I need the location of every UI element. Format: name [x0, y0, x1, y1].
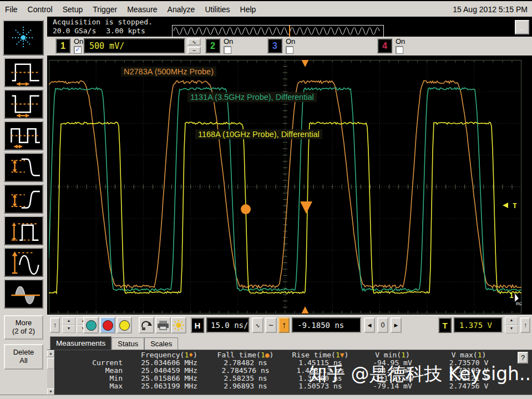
left-arrow-icon: ◀: [368, 322, 372, 328]
trace-label: 1131A (3.5GHz Probe), Differential: [188, 92, 317, 102]
timebase-zoom-in-button[interactable]: ∼: [265, 317, 277, 333]
rise-time-icon: .w{fill:none;stroke:#fff;stroke-width:2}…: [5, 185, 42, 213]
meas-cell: 2.78482 ns: [208, 359, 283, 367]
measurements-scrollbar[interactable]: ▲ ▼: [47, 350, 54, 395]
table-header-row: Frequency(1♦) Fall time(1●) Rise time(1▼…: [56, 351, 510, 359]
cursor-label: m2: [516, 301, 521, 306]
clock: 15 Aug 2012 5:15 PM: [453, 5, 528, 14]
position-right-button[interactable]: ▶: [391, 317, 402, 333]
tab-status[interactable]: Status: [112, 337, 144, 350]
channel-3-button[interactable]: 3: [267, 38, 282, 53]
measure-amplitude-button[interactable]: .w{fill:none;stroke:#fff;stroke-width:2}…: [4, 248, 43, 277]
menu-setup[interactable]: Setup: [58, 5, 88, 14]
measure-top-level-button[interactable]: .w{fill:none;stroke:#fff;stroke-width:2}…: [4, 216, 43, 245]
position-zero-button[interactable]: 0: [377, 317, 388, 333]
horizontal-position-display[interactable]: -9.1850 ns: [292, 317, 361, 333]
window-bottom-edge: [0, 395, 532, 399]
spin-down-icon[interactable]: ▼: [62, 325, 75, 333]
single-button[interactable]: [116, 317, 132, 334]
tab-scales[interactable]: Scales: [144, 337, 178, 350]
minimize-button[interactable]: —: [515, 20, 529, 34]
agilent-logo-button[interactable]: [3, 20, 44, 55]
menu-trigger[interactable]: Trigger: [88, 5, 122, 14]
measure-rise-time-button[interactable]: .w{fill:none;stroke:#fff;stroke-width:2}…: [4, 184, 43, 214]
channel-4-number: 4: [382, 41, 387, 51]
menu-analyze[interactable]: Analyze: [163, 5, 200, 14]
run-button[interactable]: [83, 317, 99, 334]
amplitude-icon: .w{fill:none;stroke:#fff;stroke-width:2}…: [5, 249, 42, 276]
wave-small-icon: ∿: [255, 322, 260, 329]
more-measurements-button[interactable]: More (2 of 2): [4, 315, 43, 340]
print-button[interactable]: [155, 317, 171, 334]
rising-edge-icon: ↑: [282, 320, 286, 330]
more-label: More: [5, 319, 42, 327]
timebase-zoom-out-button[interactable]: ∿: [252, 317, 264, 333]
dc-wave-icon: ∼: [192, 48, 196, 53]
channel-1-checkbox[interactable]: ✓: [74, 46, 82, 54]
touch-button[interactable]: [139, 317, 154, 334]
trigger-time-marker-top: [301, 60, 309, 67]
spin-up-icon[interactable]: ▲: [62, 317, 75, 325]
menu-control[interactable]: Control: [23, 5, 58, 14]
scroll-thumb[interactable]: [47, 358, 54, 369]
channel-1-ground-marker: 1: [509, 291, 514, 300]
channel-3-number: 3: [272, 41, 277, 51]
spin-up-icon[interactable]: ▲: [505, 317, 518, 325]
channel-1-scale-display[interactable]: 500 mV/: [84, 38, 185, 54]
menu-bar: File Control Setup Trigger Measure Analy…: [0, 0, 532, 18]
right-arrow-icon: ▶: [394, 322, 398, 328]
sun-icon: [173, 319, 185, 331]
channel-2-checkbox[interactable]: [224, 46, 231, 54]
channel-2-on-label: On: [224, 37, 233, 46]
status-strip: Acquisition is stopped. 20.0 GSa/s3.00 k…: [47, 17, 532, 37]
menu-measure[interactable]: Measure: [122, 5, 162, 14]
measure-fall-time-button[interactable]: .w{fill:none;stroke:#fff;stroke-width:2}…: [4, 153, 43, 182]
trigger-level-spinner[interactable]: ▲▼: [505, 317, 518, 334]
measure-positive-pulse-width-button[interactable]: .w{fill:none;stroke:#fff;stroke-width:2}…: [4, 58, 43, 87]
coarse-spinner[interactable]: ▲▼: [62, 317, 75, 333]
position-left-button[interactable]: ◀: [364, 317, 375, 333]
trigger-up-button[interactable]: ↑: [520, 317, 530, 333]
channel-3-checkbox[interactable]: [286, 46, 293, 54]
waveform-display-area[interactable]: T1m2 N2783A (500MHz Probe)1131A (3.5GHz …: [47, 55, 532, 315]
meas-cell: 25.040459 MHz: [130, 367, 208, 375]
menu-utilities[interactable]: Utilities: [200, 5, 235, 14]
results-tabs: Measurements Status Scales: [47, 337, 532, 350]
delete-all-label: All: [5, 356, 42, 365]
marker-up-button[interactable]: ↑: [50, 317, 60, 333]
channel-1-on-label: On: [74, 37, 83, 46]
trace-label: N2783A (500MHz Probe): [121, 67, 216, 77]
channel-2-button[interactable]: 2: [205, 38, 220, 53]
memory-depth: 3.00 kpts: [106, 27, 145, 35]
timebase-display[interactable]: 15.0 ns/: [206, 317, 250, 333]
spin-down-icon[interactable]: ▼: [505, 325, 518, 334]
channel-1-button[interactable]: 1: [55, 38, 70, 53]
spark-logo-icon: [4, 21, 43, 54]
measure-period-button[interactable]: .w{fill:none;stroke:#fff;stroke-width:2}…: [4, 121, 43, 150]
menu-file[interactable]: File: [0, 5, 23, 14]
channel-1-scale-up-button[interactable]: ∿: [188, 38, 201, 46]
trigger-menu-button[interactable]: T: [438, 317, 452, 333]
scroll-up-icon[interactable]: ▲: [47, 350, 54, 357]
channel-4-button[interactable]: 4: [377, 38, 392, 53]
measure-negative-pulse-width-button[interactable]: .w{fill:none;stroke:#fff;stroke-width:2}…: [4, 89, 43, 119]
measure-average-button[interactable]: .w{fill:none;stroke:#fff;stroke-width:2}…: [4, 279, 43, 309]
trigger-slope-button[interactable]: ↑: [278, 317, 290, 333]
single-circle-icon: [119, 320, 130, 331]
rise-time-marker: [300, 201, 312, 214]
trigger-time-marker-bottom: [301, 306, 309, 314]
horizontal-menu-button[interactable]: H: [191, 317, 204, 333]
trigger-level-display[interactable]: 1.375 V: [454, 317, 503, 333]
delete-all-button[interactable]: Delete All: [4, 344, 43, 370]
channel-4-checkbox[interactable]: [396, 46, 403, 54]
meas-cell: 2.784576 ns: [208, 367, 283, 375]
tab-measurements[interactable]: Measurements: [50, 336, 112, 350]
channel-1-scale-down-button[interactable]: ∼: [188, 47, 201, 54]
display-brightness-button[interactable]: [171, 317, 186, 334]
meas-cell: 25.034606 MHz: [130, 359, 208, 367]
col-rise-time: Rise time(1▼): [283, 351, 358, 359]
menu-help[interactable]: Help: [235, 5, 261, 14]
trigger-level-t-label: T: [513, 201, 517, 210]
top-level-icon: .w{fill:none;stroke:#fff;stroke-width:2}…: [5, 217, 42, 244]
stop-button[interactable]: [100, 317, 115, 334]
